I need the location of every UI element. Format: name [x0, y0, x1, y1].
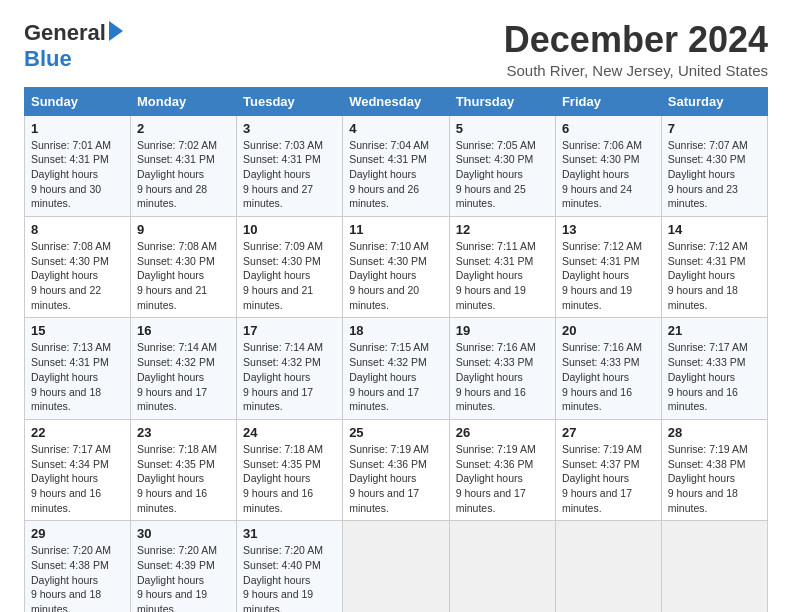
calendar-cell — [555, 521, 661, 612]
day-number: 25 — [349, 425, 443, 440]
calendar-cell: 15 Sunrise: 7:13 AM Sunset: 4:31 PM Dayl… — [25, 318, 131, 419]
day-number: 5 — [456, 121, 549, 136]
calendar-cell: 28 Sunrise: 7:19 AM Sunset: 4:38 PM Dayl… — [661, 419, 767, 520]
calendar-cell: 17 Sunrise: 7:14 AM Sunset: 4:32 PM Dayl… — [237, 318, 343, 419]
day-number: 3 — [243, 121, 336, 136]
col-header-thursday: Thursday — [449, 87, 555, 115]
day-info: Sunrise: 7:19 AM Sunset: 4:37 PM Dayligh… — [562, 442, 655, 515]
calendar-cell: 8 Sunrise: 7:08 AM Sunset: 4:30 PM Dayli… — [25, 217, 131, 318]
day-info: Sunrise: 7:09 AM Sunset: 4:30 PM Dayligh… — [243, 239, 336, 312]
calendar-cell: 29 Sunrise: 7:20 AM Sunset: 4:38 PM Dayl… — [25, 521, 131, 612]
day-info: Sunrise: 7:13 AM Sunset: 4:31 PM Dayligh… — [31, 340, 124, 413]
month-title: December 2024 — [504, 20, 768, 60]
col-header-wednesday: Wednesday — [343, 87, 450, 115]
calendar-cell: 26 Sunrise: 7:19 AM Sunset: 4:36 PM Dayl… — [449, 419, 555, 520]
calendar-week-row: 1 Sunrise: 7:01 AM Sunset: 4:31 PM Dayli… — [25, 115, 768, 216]
day-number: 27 — [562, 425, 655, 440]
day-info: Sunrise: 7:19 AM Sunset: 4:36 PM Dayligh… — [456, 442, 549, 515]
calendar-cell: 13 Sunrise: 7:12 AM Sunset: 4:31 PM Dayl… — [555, 217, 661, 318]
calendar-cell: 21 Sunrise: 7:17 AM Sunset: 4:33 PM Dayl… — [661, 318, 767, 419]
day-number: 17 — [243, 323, 336, 338]
title-area: December 2024 South River, New Jersey, U… — [504, 20, 768, 79]
day-info: Sunrise: 7:15 AM Sunset: 4:32 PM Dayligh… — [349, 340, 443, 413]
calendar-cell: 2 Sunrise: 7:02 AM Sunset: 4:31 PM Dayli… — [131, 115, 237, 216]
day-info: Sunrise: 7:18 AM Sunset: 4:35 PM Dayligh… — [243, 442, 336, 515]
day-info: Sunrise: 7:08 AM Sunset: 4:30 PM Dayligh… — [31, 239, 124, 312]
day-info: Sunrise: 7:05 AM Sunset: 4:30 PM Dayligh… — [456, 138, 549, 211]
calendar-cell: 3 Sunrise: 7:03 AM Sunset: 4:31 PM Dayli… — [237, 115, 343, 216]
day-info: Sunrise: 7:07 AM Sunset: 4:30 PM Dayligh… — [668, 138, 761, 211]
col-header-friday: Friday — [555, 87, 661, 115]
day-number: 14 — [668, 222, 761, 237]
day-info: Sunrise: 7:14 AM Sunset: 4:32 PM Dayligh… — [243, 340, 336, 413]
day-number: 31 — [243, 526, 336, 541]
day-info: Sunrise: 7:16 AM Sunset: 4:33 PM Dayligh… — [456, 340, 549, 413]
day-number: 4 — [349, 121, 443, 136]
day-number: 16 — [137, 323, 230, 338]
calendar-cell: 27 Sunrise: 7:19 AM Sunset: 4:37 PM Dayl… — [555, 419, 661, 520]
page-container: General Blue December 2024 South River, … — [24, 20, 768, 612]
day-info: Sunrise: 7:02 AM Sunset: 4:31 PM Dayligh… — [137, 138, 230, 211]
calendar-week-row: 22 Sunrise: 7:17 AM Sunset: 4:34 PM Dayl… — [25, 419, 768, 520]
day-info: Sunrise: 7:19 AM Sunset: 4:38 PM Dayligh… — [668, 442, 761, 515]
day-info: Sunrise: 7:06 AM Sunset: 4:30 PM Dayligh… — [562, 138, 655, 211]
calendar-cell: 6 Sunrise: 7:06 AM Sunset: 4:30 PM Dayli… — [555, 115, 661, 216]
col-header-tuesday: Tuesday — [237, 87, 343, 115]
day-info: Sunrise: 7:11 AM Sunset: 4:31 PM Dayligh… — [456, 239, 549, 312]
calendar-cell: 23 Sunrise: 7:18 AM Sunset: 4:35 PM Dayl… — [131, 419, 237, 520]
calendar-cell: 18 Sunrise: 7:15 AM Sunset: 4:32 PM Dayl… — [343, 318, 450, 419]
calendar-cell: 9 Sunrise: 7:08 AM Sunset: 4:30 PM Dayli… — [131, 217, 237, 318]
calendar-cell — [449, 521, 555, 612]
calendar-week-row: 15 Sunrise: 7:13 AM Sunset: 4:31 PM Dayl… — [25, 318, 768, 419]
day-number: 6 — [562, 121, 655, 136]
logo-general-text: General — [24, 20, 106, 46]
day-number: 15 — [31, 323, 124, 338]
day-number: 10 — [243, 222, 336, 237]
day-info: Sunrise: 7:20 AM Sunset: 4:40 PM Dayligh… — [243, 543, 336, 612]
day-info: Sunrise: 7:03 AM Sunset: 4:31 PM Dayligh… — [243, 138, 336, 211]
day-number: 28 — [668, 425, 761, 440]
calendar-cell: 25 Sunrise: 7:19 AM Sunset: 4:36 PM Dayl… — [343, 419, 450, 520]
day-info: Sunrise: 7:14 AM Sunset: 4:32 PM Dayligh… — [137, 340, 230, 413]
day-info: Sunrise: 7:20 AM Sunset: 4:38 PM Dayligh… — [31, 543, 124, 612]
calendar-week-row: 8 Sunrise: 7:08 AM Sunset: 4:30 PM Dayli… — [25, 217, 768, 318]
day-info: Sunrise: 7:17 AM Sunset: 4:33 PM Dayligh… — [668, 340, 761, 413]
day-number: 23 — [137, 425, 230, 440]
calendar-cell: 1 Sunrise: 7:01 AM Sunset: 4:31 PM Dayli… — [25, 115, 131, 216]
day-info: Sunrise: 7:17 AM Sunset: 4:34 PM Dayligh… — [31, 442, 124, 515]
day-number: 9 — [137, 222, 230, 237]
day-number: 11 — [349, 222, 443, 237]
day-number: 22 — [31, 425, 124, 440]
col-header-monday: Monday — [131, 87, 237, 115]
day-number: 19 — [456, 323, 549, 338]
day-info: Sunrise: 7:12 AM Sunset: 4:31 PM Dayligh… — [668, 239, 761, 312]
day-info: Sunrise: 7:19 AM Sunset: 4:36 PM Dayligh… — [349, 442, 443, 515]
location: South River, New Jersey, United States — [504, 62, 768, 79]
calendar-week-row: 29 Sunrise: 7:20 AM Sunset: 4:38 PM Dayl… — [25, 521, 768, 612]
day-info: Sunrise: 7:01 AM Sunset: 4:31 PM Dayligh… — [31, 138, 124, 211]
col-header-saturday: Saturday — [661, 87, 767, 115]
day-number: 21 — [668, 323, 761, 338]
day-info: Sunrise: 7:10 AM Sunset: 4:30 PM Dayligh… — [349, 239, 443, 312]
day-number: 8 — [31, 222, 124, 237]
day-number: 13 — [562, 222, 655, 237]
day-info: Sunrise: 7:04 AM Sunset: 4:31 PM Dayligh… — [349, 138, 443, 211]
calendar-cell: 7 Sunrise: 7:07 AM Sunset: 4:30 PM Dayli… — [661, 115, 767, 216]
col-header-sunday: Sunday — [25, 87, 131, 115]
day-number: 29 — [31, 526, 124, 541]
day-info: Sunrise: 7:08 AM Sunset: 4:30 PM Dayligh… — [137, 239, 230, 312]
day-number: 30 — [137, 526, 230, 541]
logo: General Blue — [24, 20, 123, 72]
day-number: 18 — [349, 323, 443, 338]
calendar-cell: 4 Sunrise: 7:04 AM Sunset: 4:31 PM Dayli… — [343, 115, 450, 216]
logo-blue-text: Blue — [24, 46, 72, 72]
calendar-cell: 10 Sunrise: 7:09 AM Sunset: 4:30 PM Dayl… — [237, 217, 343, 318]
day-number: 2 — [137, 121, 230, 136]
day-number: 12 — [456, 222, 549, 237]
calendar-cell: 22 Sunrise: 7:17 AM Sunset: 4:34 PM Dayl… — [25, 419, 131, 520]
calendar-cell: 14 Sunrise: 7:12 AM Sunset: 4:31 PM Dayl… — [661, 217, 767, 318]
calendar-cell: 11 Sunrise: 7:10 AM Sunset: 4:30 PM Dayl… — [343, 217, 450, 318]
day-number: 1 — [31, 121, 124, 136]
calendar-cell: 24 Sunrise: 7:18 AM Sunset: 4:35 PM Dayl… — [237, 419, 343, 520]
day-number: 24 — [243, 425, 336, 440]
